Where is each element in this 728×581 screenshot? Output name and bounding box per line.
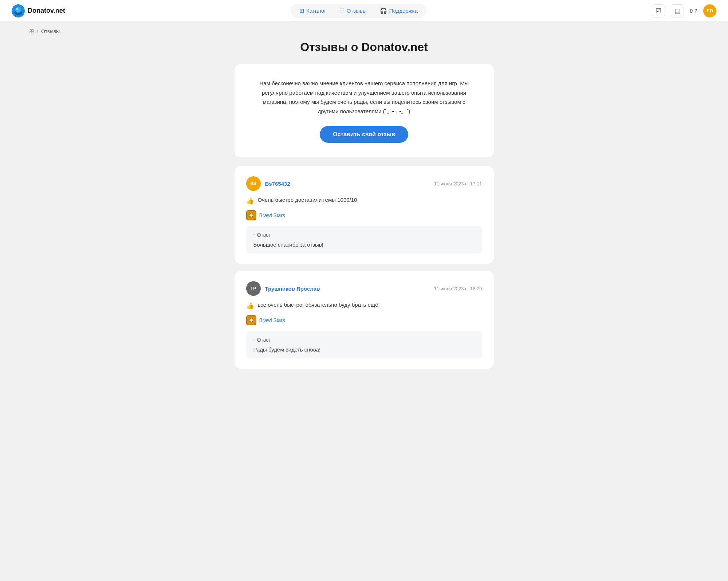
heart-icon: ♡ [339,7,345,14]
archive-button[interactable]: ▤ [671,4,684,17]
review-avatar: BS [246,176,261,191]
review-header: BS Bs765432 11 июля 2023 г., 17:11 [246,176,482,191]
nav-support[interactable]: 🎧 Поддержка [374,5,424,16]
review-text: 👍 все очень быстро, обязательно буду бра… [246,302,482,310]
svg-point-3 [16,8,18,10]
review-avatar: TP [246,281,261,296]
home-icon[interactable]: ⊞ [29,28,34,35]
thumbs-up-icon: 👍 [246,302,254,310]
nav-pills: ⊞ Каталог ♡ Отзывы 🎧 Поддержка [291,4,426,18]
game-name[interactable]: Brawl Stars [259,317,286,323]
archive-icon: ▤ [674,7,681,15]
thumbs-up-icon: 👍 [246,197,254,205]
intro-card: Нам бесконечно важно мнение клиентов наш… [235,64,494,157]
review-card: TP Трушников Ярослав 11 июля 2023 г., 16… [235,271,494,369]
svg-point-2 [15,7,21,13]
page-title: Отзывы о Donatov.net [235,40,494,54]
review-user: TP Трушников Ярослав [246,281,320,296]
game-tag: Brawl Stars [246,315,482,325]
review-username[interactable]: Трушников Ярослав [265,286,320,292]
balance-display: 0 ₽ [690,8,697,14]
review-content: Очень быстро доставили гемы 1000/10 [258,197,357,203]
chevron-right-icon: › [253,232,255,237]
main-nav: ⊞ Каталог ♡ Отзывы 🎧 Поддержка [65,4,652,18]
intro-text: Нам бесконечно важно мнение клиентов наш… [256,79,472,116]
headset-icon: 🎧 [380,7,387,14]
review-card: BS Bs765432 11 июля 2023 г., 17:11 👍 Оче… [235,166,494,264]
nav-reviews[interactable]: ♡ Отзывы [334,5,373,16]
user-avatar[interactable]: ED [703,4,716,17]
breadcrumb-separator: \ [37,28,38,34]
review-text: 👍 Очень быстро доставили гемы 1000/10 [246,197,482,205]
game-icon [246,210,256,220]
logo-text: Donatov.net [28,7,65,15]
header-right: ☑ ▤ 0 ₽ ED [652,4,716,17]
main-content: Отзывы о Donatov.net Нам бесконечно важн… [226,40,503,398]
chevron-right-icon: › [253,337,255,342]
review-header: TP Трушников Ярослав 11 июля 2023 г., 16… [246,281,482,296]
svg-rect-9 [249,215,253,216]
nav-catalog[interactable]: ⊞ Каталог [294,5,332,16]
game-name[interactable]: Brawl Stars [259,212,286,218]
reply-box: › Ответ Рады будем видеть снова! [246,331,482,358]
review-username[interactable]: Bs765432 [265,181,290,187]
cart-icon: ☑ [656,7,661,15]
svg-rect-15 [249,319,253,321]
header: Donatov.net ⊞ Каталог ♡ Отзывы 🎧 Поддерж… [0,0,728,22]
review-user: BS Bs765432 [246,176,290,191]
breadcrumb: ⊞ \ Отзывы [0,22,728,40]
review-date: 11 июля 2023 г., 17:11 [434,181,482,187]
logo-icon [12,4,25,17]
leave-review-button[interactable]: Оставить свой отзыв [320,126,408,143]
game-icon [246,315,256,325]
breadcrumb-current: Отзывы [41,28,60,34]
reply-toggle[interactable]: › Ответ [253,337,475,343]
logo[interactable]: Donatov.net [12,4,65,17]
cart-button[interactable]: ☑ [652,4,665,17]
reply-text: Рады будем видеть снова! [253,346,475,353]
review-content: все очень быстро, обязательно буду брать… [258,302,380,308]
reply-label: Ответ [257,337,271,343]
reply-text: Большое спасибо за отзыв! [253,242,475,248]
review-date: 11 июля 2023 г., 16:20 [434,286,482,291]
reviews-list: BS Bs765432 11 июля 2023 г., 17:11 👍 Оче… [235,166,494,369]
game-tag: Brawl Stars [246,210,482,220]
reply-box: › Ответ Большое спасибо за отзыв! [246,226,482,254]
catalog-icon: ⊞ [299,7,304,14]
reply-toggle[interactable]: › Ответ [253,232,475,238]
reply-label: Ответ [257,232,271,238]
